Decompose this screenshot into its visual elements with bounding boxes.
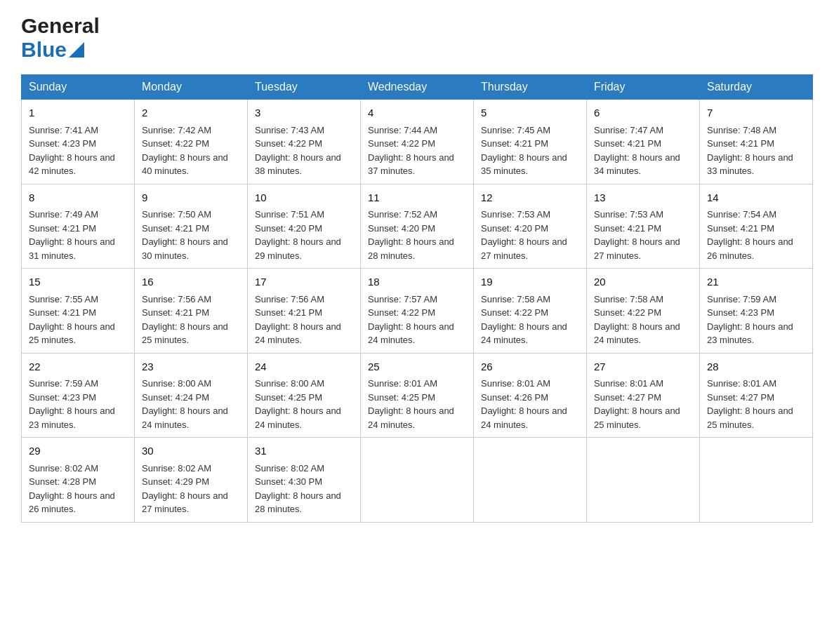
sunrise-text: Sunrise: 8:01 AM (707, 378, 776, 389)
sunrise-text: Sunrise: 7:58 AM (594, 294, 663, 304)
daylight-text: Daylight: 8 hours and 27 minutes. (142, 490, 228, 515)
daylight-text: Daylight: 8 hours and 27 minutes. (594, 236, 680, 261)
daylight-text: Daylight: 8 hours and 34 minutes. (594, 152, 680, 177)
day-number: 13 (594, 190, 692, 206)
sunrise-text: Sunrise: 7:56 AM (142, 294, 211, 304)
day-number: 18 (368, 274, 466, 290)
calendar-day-cell: 21Sunrise: 7:59 AMSunset: 4:23 PMDayligh… (700, 269, 813, 354)
sunset-text: Sunset: 4:21 PM (594, 138, 661, 149)
sunset-text: Sunset: 4:22 PM (368, 307, 435, 318)
sunset-text: Sunset: 4:27 PM (594, 392, 661, 403)
day-info: Sunrise: 7:52 AMSunset: 4:20 PMDaylight:… (368, 208, 466, 262)
logo: General Blue (21, 14, 100, 62)
sunrise-text: Sunrise: 8:02 AM (29, 463, 98, 474)
day-number: 27 (594, 359, 692, 375)
sunrise-text: Sunrise: 7:53 AM (594, 209, 663, 220)
day-info: Sunrise: 7:41 AMSunset: 4:23 PMDaylight:… (29, 123, 127, 178)
sunset-text: Sunset: 4:25 PM (255, 392, 322, 403)
sunset-text: Sunset: 4:27 PM (707, 392, 774, 403)
logo-general: General (21, 14, 100, 37)
calendar-day-cell: 17Sunrise: 7:56 AMSunset: 4:21 PMDayligh… (248, 269, 361, 354)
day-info: Sunrise: 7:56 AMSunset: 4:21 PMDaylight:… (142, 293, 240, 347)
calendar-day-cell: 23Sunrise: 8:00 AMSunset: 4:24 PMDayligh… (135, 353, 248, 438)
sunset-text: Sunset: 4:22 PM (594, 307, 661, 318)
calendar-table: SundayMondayTuesdayWednesdayThursdayFrid… (21, 74, 813, 523)
day-info: Sunrise: 7:44 AMSunset: 4:22 PMDaylight:… (368, 123, 466, 178)
sunset-text: Sunset: 4:21 PM (142, 307, 209, 318)
daylight-text: Daylight: 8 hours and 24 minutes. (368, 405, 454, 430)
day-number: 23 (142, 359, 240, 375)
calendar-week-row: 22Sunrise: 7:59 AMSunset: 4:23 PMDayligh… (22, 353, 813, 438)
day-number: 29 (29, 443, 127, 459)
calendar-day-cell: 19Sunrise: 7:58 AMSunset: 4:22 PMDayligh… (474, 269, 587, 354)
day-number: 12 (481, 190, 579, 206)
sunrise-text: Sunrise: 7:57 AM (368, 294, 437, 304)
sunset-text: Sunset: 4:20 PM (255, 223, 322, 234)
sunset-text: Sunset: 4:29 PM (142, 476, 209, 487)
calendar-day-cell: 30Sunrise: 8:02 AMSunset: 4:29 PMDayligh… (135, 438, 248, 523)
daylight-text: Daylight: 8 hours and 28 minutes. (255, 490, 341, 515)
calendar-day-cell: 2Sunrise: 7:42 AMSunset: 4:22 PMDaylight… (135, 100, 248, 185)
sunrise-text: Sunrise: 7:41 AM (29, 125, 98, 135)
day-number: 19 (481, 274, 579, 290)
sunrise-text: Sunrise: 7:56 AM (255, 294, 324, 304)
day-info: Sunrise: 7:58 AMSunset: 4:22 PMDaylight:… (481, 293, 579, 347)
sunrise-text: Sunrise: 7:58 AM (481, 294, 550, 304)
calendar-day-cell (700, 438, 813, 523)
calendar-header-cell: Sunday (22, 75, 135, 100)
sunset-text: Sunset: 4:21 PM (142, 223, 209, 234)
day-number: 2 (142, 105, 240, 121)
daylight-text: Daylight: 8 hours and 42 minutes. (29, 152, 115, 177)
day-info: Sunrise: 8:00 AMSunset: 4:25 PMDaylight:… (255, 377, 353, 431)
calendar-day-cell: 25Sunrise: 8:01 AMSunset: 4:25 PMDayligh… (361, 353, 474, 438)
calendar-day-cell: 5Sunrise: 7:45 AMSunset: 4:21 PMDaylight… (474, 100, 587, 185)
calendar-day-cell: 6Sunrise: 7:47 AMSunset: 4:21 PMDaylight… (587, 100, 700, 185)
calendar-week-row: 8Sunrise: 7:49 AMSunset: 4:21 PMDaylight… (22, 184, 813, 269)
day-number: 20 (594, 274, 692, 290)
day-info: Sunrise: 7:49 AMSunset: 4:21 PMDaylight:… (29, 208, 127, 262)
sunrise-text: Sunrise: 7:53 AM (481, 209, 550, 220)
calendar-day-cell (361, 438, 474, 523)
sunrise-text: Sunrise: 7:44 AM (368, 125, 437, 135)
calendar-day-cell: 31Sunrise: 8:02 AMSunset: 4:30 PMDayligh… (248, 438, 361, 523)
daylight-text: Daylight: 8 hours and 31 minutes. (29, 236, 115, 261)
day-number: 26 (481, 359, 579, 375)
calendar-day-cell: 3Sunrise: 7:43 AMSunset: 4:22 PMDaylight… (248, 100, 361, 185)
daylight-text: Daylight: 8 hours and 24 minutes. (594, 321, 680, 346)
day-number: 6 (594, 105, 692, 121)
calendar-day-cell: 22Sunrise: 7:59 AMSunset: 4:23 PMDayligh… (22, 353, 135, 438)
calendar-day-cell: 11Sunrise: 7:52 AMSunset: 4:20 PMDayligh… (361, 184, 474, 269)
sunset-text: Sunset: 4:21 PM (707, 138, 774, 149)
sunset-text: Sunset: 4:28 PM (29, 476, 96, 487)
daylight-text: Daylight: 8 hours and 28 minutes. (368, 236, 454, 261)
daylight-text: Daylight: 8 hours and 29 minutes. (255, 236, 341, 261)
calendar-header-cell: Monday (135, 75, 248, 100)
calendar-day-cell: 14Sunrise: 7:54 AMSunset: 4:21 PMDayligh… (700, 184, 813, 269)
day-number: 16 (142, 274, 240, 290)
day-info: Sunrise: 8:01 AMSunset: 4:26 PMDaylight:… (481, 377, 579, 431)
day-info: Sunrise: 7:53 AMSunset: 4:20 PMDaylight:… (481, 208, 579, 262)
daylight-text: Daylight: 8 hours and 24 minutes. (255, 405, 341, 430)
sunrise-text: Sunrise: 7:47 AM (594, 125, 663, 135)
daylight-text: Daylight: 8 hours and 27 minutes. (481, 236, 567, 261)
daylight-text: Daylight: 8 hours and 25 minutes. (142, 321, 228, 346)
sunset-text: Sunset: 4:26 PM (481, 392, 548, 403)
sunset-text: Sunset: 4:22 PM (368, 138, 435, 149)
daylight-text: Daylight: 8 hours and 25 minutes. (594, 405, 680, 430)
sunset-text: Sunset: 4:21 PM (255, 307, 322, 318)
day-info: Sunrise: 7:56 AMSunset: 4:21 PMDaylight:… (255, 293, 353, 347)
sunset-text: Sunset: 4:20 PM (481, 223, 548, 234)
sunset-text: Sunset: 4:25 PM (368, 392, 435, 403)
day-info: Sunrise: 8:01 AMSunset: 4:27 PMDaylight:… (707, 377, 805, 431)
day-number: 1 (29, 105, 127, 121)
calendar-day-cell: 9Sunrise: 7:50 AMSunset: 4:21 PMDaylight… (135, 184, 248, 269)
day-number: 24 (255, 359, 353, 375)
day-info: Sunrise: 7:55 AMSunset: 4:21 PMDaylight:… (29, 293, 127, 347)
daylight-text: Daylight: 8 hours and 35 minutes. (481, 152, 567, 177)
day-info: Sunrise: 7:58 AMSunset: 4:22 PMDaylight:… (594, 293, 692, 347)
day-number: 3 (255, 105, 353, 121)
sunrise-text: Sunrise: 7:42 AM (142, 125, 211, 135)
calendar-day-cell: 26Sunrise: 8:01 AMSunset: 4:26 PMDayligh… (474, 353, 587, 438)
sunrise-text: Sunrise: 7:51 AM (255, 209, 324, 220)
day-number: 7 (707, 105, 805, 121)
